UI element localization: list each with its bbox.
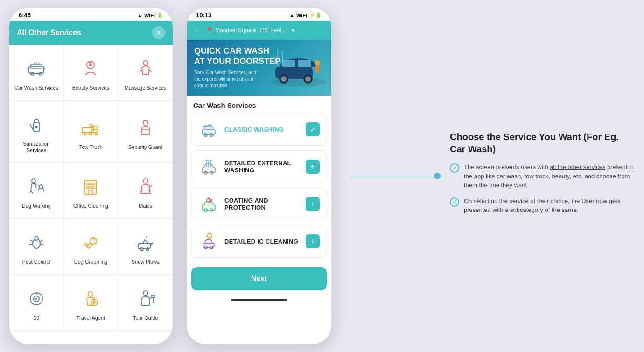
tour-guide-label: Tour Guide <box>133 315 158 321</box>
service-item-snow-plows[interactable]: Snow Plows <box>118 219 173 275</box>
annotation-section: Choose the Service You Want (For Eg. Car… <box>345 121 635 231</box>
svg-rect-36 <box>89 190 92 194</box>
service-item-maids[interactable]: Maids <box>118 163 173 219</box>
annotation-item-2: On selecting the service of their choice… <box>450 197 635 215</box>
service-item-tour-guide[interactable]: Tour Guide <box>118 275 173 331</box>
left-status-bar: 6:45 ▲ WiFi 🔋 <box>9 8 173 21</box>
svg-rect-35 <box>92 187 94 189</box>
left-header-title: All Other Services <box>17 28 81 37</box>
dog-grooming-icon <box>78 231 103 255</box>
svg-point-71 <box>315 60 320 66</box>
section-title: Car Wash Services <box>187 96 331 113</box>
pest-control-icon <box>24 231 49 255</box>
location-bar[interactable]: 📍 Mondeal Square, 100 Feet Anand Na... ▾ <box>205 27 325 34</box>
service-item-security-guard[interactable]: Security Guard <box>118 101 173 163</box>
svg-rect-33 <box>87 187 89 189</box>
service-item-dj[interactable]: DJ <box>9 275 64 331</box>
car-wash-label: Car Wash Services <box>14 84 58 91</box>
right-phone: 10:13 ▲ WiFi ⚡🔋 ← 📍 Mondeal Square, 100 … <box>187 8 331 344</box>
left-header: All Other Services × <box>9 21 173 45</box>
dog-grooming-label: Dog Grooming <box>74 259 108 265</box>
right-time: 10:13 <box>196 12 211 19</box>
service-item-beauty[interactable]: Beauty Services <box>64 45 119 101</box>
dog-walking-label: Dog Walking <box>22 203 51 209</box>
check-circle-1 <box>450 163 459 173</box>
snow-plows-label: Snow Plows <box>132 259 160 265</box>
banner-title: QUICK CAR WASHAT YOUR DOORSTEP <box>194 46 280 66</box>
banner-content: QUICK CAR WASHAT YOUR DOORSTEP Book Car … <box>194 46 280 89</box>
right-header: ← 📍 Mondeal Square, 100 Feet Anand Na...… <box>187 21 331 40</box>
annotation-item-1: The screen presents users with all the o… <box>450 162 635 190</box>
office-cleaning-icon <box>78 175 103 199</box>
svg-rect-31 <box>90 183 91 185</box>
classic-washing-check[interactable]: ✓ <box>306 122 320 136</box>
service-item-massage[interactable]: Massage Services <box>118 45 173 101</box>
svg-line-43 <box>40 240 43 242</box>
service-item-office-cleaning[interactable]: Office Cleaning <box>64 163 119 219</box>
service-item-sanitization[interactable]: Sanitization Services <box>9 101 64 163</box>
next-button[interactable]: Next <box>191 267 327 290</box>
service-card-classic-washing[interactable]: CLASSIC WASHING ✓ <box>191 113 327 146</box>
svg-rect-72 <box>315 66 319 72</box>
svg-rect-34 <box>90 187 91 189</box>
detailed-external-label: DETAILED EXTERNAL WASHING <box>224 160 300 174</box>
svg-point-19 <box>95 132 98 135</box>
sanitization-icon <box>24 113 49 137</box>
svg-point-59 <box>143 291 148 296</box>
svg-rect-76 <box>202 129 215 135</box>
coating-label: COATING AND PROTECTION <box>224 197 300 211</box>
home-indicator <box>231 299 287 301</box>
connector <box>350 173 441 179</box>
svg-line-26 <box>31 190 33 193</box>
connector-line <box>350 176 434 176</box>
right-status-bar: 10:13 ▲ WiFi ⚡🔋 <box>187 8 331 21</box>
svg-point-37 <box>143 179 148 183</box>
svg-rect-65 <box>282 60 295 67</box>
banner-subtitle: Book Car Wash Services, and the experts … <box>194 70 259 89</box>
security-guard-label: Security Guard <box>128 144 162 150</box>
annotation-panel: Choose the Service You Want (For Eg. Car… <box>441 121 635 231</box>
tow-truck-icon <box>78 116 103 140</box>
annotation-text-1: The screen presents users with all the o… <box>464 162 635 190</box>
svg-point-49 <box>146 248 149 251</box>
service-card-coating[interactable]: COATING AND PROTECTION + <box>191 188 327 220</box>
beauty-label: Beauty Services <box>72 84 109 91</box>
tow-truck-label: Tow Truck <box>79 144 103 150</box>
service-item-tow-truck[interactable]: Tow Truck <box>64 101 119 163</box>
maids-label: Maids <box>139 203 152 209</box>
left-status-icons: ▲ WiFi 🔋 <box>137 12 163 18</box>
travel-agent-icon <box>78 287 103 311</box>
svg-line-41 <box>30 240 33 242</box>
detailed-ic-add[interactable]: + <box>306 234 320 248</box>
svg-point-46 <box>94 239 95 241</box>
detailed-ic-icon <box>198 231 219 252</box>
coating-add[interactable]: + <box>306 197 320 211</box>
left-phone: 6:45 ▲ WiFi 🔋 All Other Services × <box>9 8 173 344</box>
service-card-detailed-ic[interactable]: DETAILED IC CLEANING + <box>191 225 327 258</box>
svg-rect-32 <box>92 183 94 185</box>
svg-point-48 <box>140 248 143 251</box>
service-card-detailed-external[interactable]: DETAILED EXTERNAL WASHING + <box>191 150 327 183</box>
service-item-dog-walking[interactable]: Dog Walking <box>9 163 64 219</box>
service-item-dog-grooming[interactable]: Dog Grooming <box>64 219 119 275</box>
back-button[interactable]: ← <box>193 25 202 35</box>
security-guard-icon <box>133 116 158 140</box>
svg-point-55 <box>88 292 93 296</box>
banner: QUICK CAR WASHAT YOUR DOORSTEP Book Car … <box>187 40 331 96</box>
sanitization-label: Sanitization Services <box>13 141 60 154</box>
svg-line-8 <box>39 63 39 64</box>
close-button[interactable]: × <box>152 26 165 39</box>
svg-point-11 <box>143 61 148 65</box>
svg-point-27 <box>39 185 43 189</box>
service-item-travel-agent[interactable]: Travel Agent <box>64 275 119 331</box>
dog-walking-icon <box>24 175 49 199</box>
svg-point-17 <box>84 132 86 135</box>
annotation-title: Choose the Service You Want (For Eg. Car… <box>450 131 635 155</box>
service-item-car-wash[interactable]: Car Wash Services <box>9 45 64 101</box>
svg-line-14 <box>30 124 33 129</box>
detailed-external-add[interactable]: + <box>306 160 320 174</box>
service-item-pest-control[interactable]: Pest Control <box>9 219 64 275</box>
svg-point-13 <box>35 126 38 128</box>
location-text: Mondeal Square, 100 Feet Anand Na... <box>215 27 290 34</box>
svg-point-24 <box>32 179 35 183</box>
